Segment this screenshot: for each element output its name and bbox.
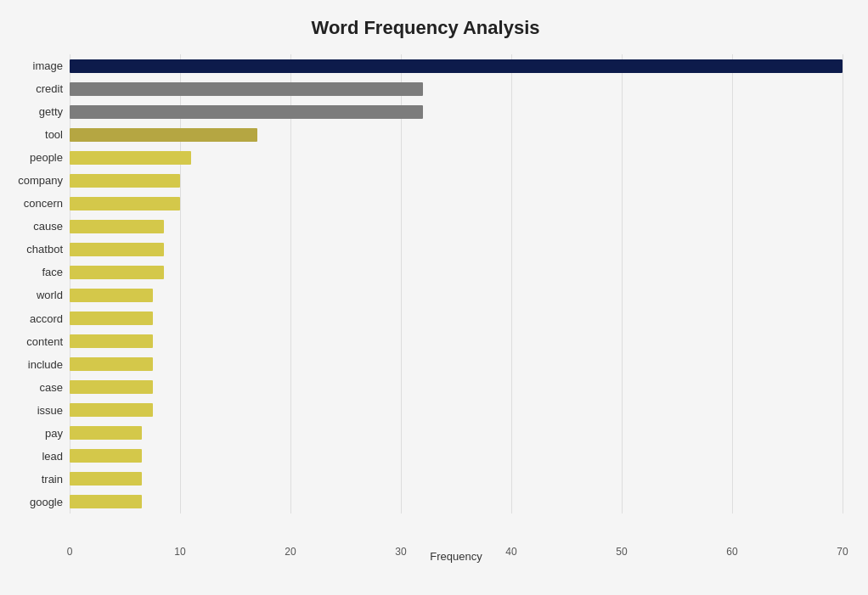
y-label-content: content: [26, 336, 63, 347]
bar-row-chatbot: [70, 242, 843, 257]
bar-row-lead: [70, 448, 843, 463]
bar-row-cause: [70, 219, 843, 234]
y-label-train: train: [42, 474, 63, 485]
bar-row-getty: [70, 104, 843, 120]
chart-title: Word Frequency Analysis: [8, 17, 843, 39]
bar-row-train: [70, 471, 843, 486]
bar-issue: [70, 403, 153, 417]
bar-accord: [70, 312, 153, 325]
y-label-image: image: [33, 60, 63, 71]
bar-train: [70, 472, 142, 486]
bar-row-company: [70, 173, 843, 188]
y-label-tool: tool: [45, 129, 63, 140]
bar-image: [70, 59, 843, 73]
y-label-company: company: [18, 175, 63, 186]
bar-company: [70, 174, 180, 188]
bar-include: [70, 357, 153, 371]
y-label-lead: lead: [42, 451, 63, 462]
bar-case: [70, 380, 153, 394]
y-label-include: include: [28, 359, 63, 370]
bar-row-include: [70, 356, 843, 372]
bar-content: [70, 334, 153, 348]
y-label-people: people: [30, 152, 63, 163]
grid-line-70: [843, 54, 843, 514]
bar-row-credit: [70, 81, 843, 97]
y-label-pay: pay: [45, 428, 63, 439]
bar-row-world: [70, 288, 843, 303]
y-label-face: face: [42, 267, 63, 278]
bar-face: [70, 266, 164, 279]
y-label-chatbot: chatbot: [26, 244, 63, 255]
bar-row-issue: [70, 402, 843, 418]
bar-concern: [70, 197, 180, 210]
y-label-issue: issue: [37, 405, 63, 416]
bar-tool: [70, 128, 257, 142]
bar-row-people: [70, 150, 843, 166]
y-axis: imagecreditgettytoolpeoplecompanyconcern…: [8, 54, 70, 514]
y-label-case: case: [40, 382, 63, 393]
bar-chatbot: [70, 243, 164, 256]
bar-pay: [70, 426, 142, 440]
y-label-accord: accord: [30, 313, 63, 324]
y-label-concern: concern: [24, 198, 63, 209]
bar-people: [70, 151, 191, 165]
bar-row-google: [70, 494, 843, 509]
y-label-world: world: [37, 289, 63, 300]
bars: [70, 54, 843, 514]
bar-row-accord: [70, 311, 843, 326]
y-label-google: google: [30, 497, 63, 508]
bar-row-concern: [70, 196, 843, 211]
bar-getty: [70, 105, 423, 119]
bar-credit: [70, 82, 423, 96]
bar-row-face: [70, 265, 843, 280]
bar-row-pay: [70, 425, 843, 441]
bars-and-grid: 010203040506070 Frequency: [70, 54, 843, 514]
y-label-credit: credit: [36, 83, 63, 94]
bar-row-case: [70, 379, 843, 395]
bar-row-tool: [70, 127, 843, 143]
bar-row-content: [70, 334, 843, 349]
bar-lead: [70, 449, 142, 463]
bar-cause: [70, 220, 164, 233]
chart-area: imagecreditgettytoolpeoplecompanyconcern…: [8, 54, 843, 514]
y-label-getty: getty: [39, 106, 63, 117]
bar-row-image: [70, 59, 843, 74]
bar-google: [70, 495, 142, 508]
x-axis-label: Frequency: [70, 550, 843, 563]
bar-world: [70, 289, 153, 302]
chart-container: Word Frequency Analysis imagecreditgetty…: [0, 0, 868, 595]
y-label-cause: cause: [33, 221, 63, 232]
